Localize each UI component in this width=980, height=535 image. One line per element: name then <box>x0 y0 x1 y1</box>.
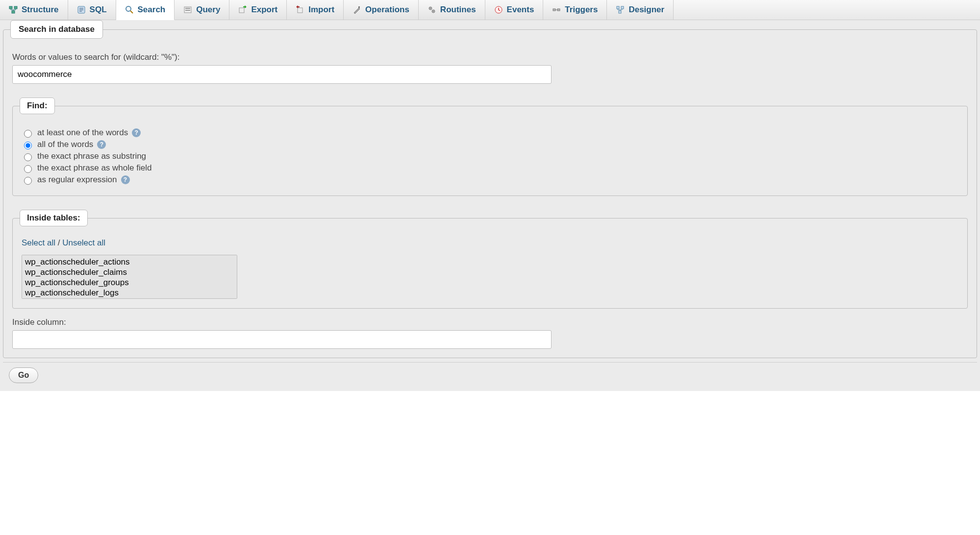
find-option-label: the exact phrase as whole field <box>37 163 151 173</box>
tab-export[interactable]: Export <box>229 0 287 20</box>
svg-rect-10 <box>298 8 302 13</box>
svg-rect-19 <box>617 6 619 9</box>
triggers-icon <box>552 5 561 14</box>
find-option-radio-0[interactable] <box>24 130 32 138</box>
svg-rect-11 <box>358 6 360 8</box>
tab-label: Operations <box>365 5 409 15</box>
query-icon <box>183 5 192 14</box>
svg-rect-0 <box>9 6 12 9</box>
find-option-radio-4[interactable] <box>24 177 32 185</box>
routines-icon <box>427 5 436 14</box>
tab-structure[interactable]: Structure <box>0 0 68 20</box>
search-in-database-fieldset: Search in database Words or values to se… <box>3 20 977 358</box>
tab-triggers[interactable]: Triggers <box>543 0 607 20</box>
tab-designer[interactable]: Designer <box>607 0 674 20</box>
structure-icon <box>9 5 18 14</box>
content-area: Search in database Words or values to se… <box>0 20 980 391</box>
svg-rect-20 <box>621 6 624 9</box>
inside-column-input[interactable] <box>12 330 552 349</box>
words-label: Words or values to search for (wildcard:… <box>12 52 968 62</box>
tab-label: Designer <box>628 5 664 15</box>
find-option-radio-1[interactable] <box>24 142 32 149</box>
find-option-label: as regular expression <box>37 175 117 185</box>
sql-icon <box>77 5 86 14</box>
tab-import[interactable]: Import <box>287 0 344 20</box>
tab-label: Routines <box>440 5 476 15</box>
select-all-link[interactable]: Select all <box>22 238 55 247</box>
tab-label: Events <box>507 5 534 15</box>
svg-rect-9 <box>239 8 244 13</box>
find-option-radio-3[interactable] <box>24 165 32 173</box>
table-option[interactable]: wp_actionscheduler_actions <box>24 257 235 268</box>
inside-tables-fieldset: Inside tables: Select all / Unselect all… <box>12 210 968 309</box>
tab-label: Import <box>308 5 334 15</box>
import-icon <box>296 5 304 14</box>
help-icon[interactable]: ? <box>121 175 130 184</box>
unselect-all-link[interactable]: Unselect all <box>62 238 105 247</box>
top-tabs: Structure SQL Search Query Export Import <box>0 0 980 20</box>
svg-rect-17 <box>553 9 555 11</box>
tab-query[interactable]: Query <box>175 0 229 20</box>
tab-search[interactable]: Search <box>116 0 175 20</box>
search-icon <box>125 5 134 14</box>
export-icon <box>238 5 247 14</box>
help-icon[interactable]: ? <box>132 128 141 137</box>
svg-rect-18 <box>557 9 560 11</box>
search-in-database-legend: Search in database <box>10 20 103 39</box>
tab-routines[interactable]: Routines <box>419 0 485 20</box>
select-links: Select all / Unselect all <box>22 238 958 248</box>
find-legend: Find: <box>20 97 55 114</box>
tab-events[interactable]: Events <box>485 0 544 20</box>
search-words-input[interactable] <box>12 65 552 84</box>
tab-label: Search <box>138 5 166 15</box>
tab-label: Structure <box>22 5 59 15</box>
operations-icon <box>352 5 361 14</box>
table-option[interactable]: wp_actionscheduler_claims <box>24 268 235 278</box>
table-option[interactable]: wp_actionscheduler_logs <box>24 288 235 298</box>
find-fieldset: Find: at least one of the words ? all of… <box>12 97 968 196</box>
tab-label: SQL <box>90 5 107 15</box>
help-icon[interactable]: ? <box>97 140 106 149</box>
find-option-radio-2[interactable] <box>24 153 32 161</box>
svg-rect-21 <box>619 11 621 13</box>
separator: / <box>55 238 62 247</box>
inside-tables-legend: Inside tables: <box>20 210 88 226</box>
footer-bar: Go <box>3 362 977 388</box>
events-icon <box>494 5 503 14</box>
table-option[interactable]: wp_actionscheduler_groups <box>24 278 235 288</box>
go-button[interactable]: Go <box>9 367 38 383</box>
tab-label: Query <box>196 5 220 15</box>
svg-rect-8 <box>185 10 190 11</box>
tab-label: Triggers <box>565 5 598 15</box>
inside-column-label: Inside column: <box>12 317 968 327</box>
svg-line-5 <box>130 11 133 13</box>
tab-sql[interactable]: SQL <box>68 0 116 20</box>
tab-operations[interactable]: Operations <box>344 0 419 20</box>
find-option-label: all of the words <box>37 140 93 149</box>
find-option-label: the exact phrase as substring <box>37 151 146 161</box>
svg-rect-1 <box>14 6 17 9</box>
tab-label: Export <box>251 5 277 15</box>
svg-point-15 <box>433 11 434 12</box>
find-option-label: at least one of the words <box>37 128 128 138</box>
designer-icon <box>616 5 625 14</box>
svg-rect-2 <box>12 11 15 13</box>
svg-point-14 <box>430 8 431 9</box>
tables-multiselect[interactable]: wp_actionscheduler_actions wp_actionsche… <box>22 255 237 299</box>
svg-rect-7 <box>185 8 190 9</box>
svg-point-4 <box>126 6 131 11</box>
